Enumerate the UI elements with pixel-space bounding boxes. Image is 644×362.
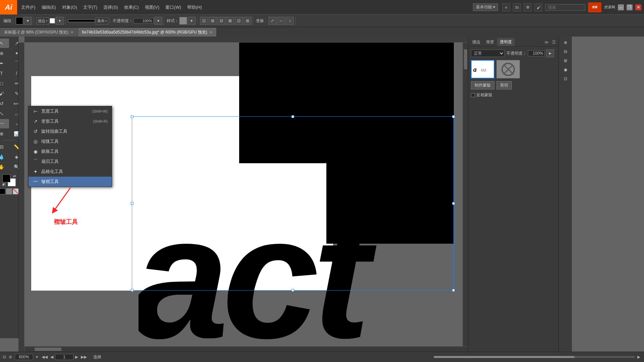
- opacity-input[interactable]: [133, 18, 154, 23]
- hand-tool[interactable]: ✋: [0, 162, 9, 172]
- bottom-zoom-dropdown[interactable]: ▾: [36, 355, 38, 359]
- opacity-arrow-btn[interactable]: ▶: [546, 49, 554, 57]
- type-tool[interactable]: T: [0, 69, 9, 78]
- transform-btn1[interactable]: ⤢: [268, 17, 276, 25]
- foreground-swatch[interactable]: [2, 174, 10, 182]
- minimize-button[interactable]: —: [618, 4, 624, 10]
- nav-prev-btn[interactable]: ◀: [49, 355, 54, 359]
- invert-mask-checkbox[interactable]: [471, 93, 475, 97]
- tab-2-close[interactable]: ✕: [209, 30, 212, 35]
- menu-file[interactable]: 文件(F): [18, 3, 38, 12]
- opacity-expand-btn[interactable]: ▾: [154, 17, 162, 25]
- thumbnail-1[interactable]: a 4M: [471, 60, 494, 78]
- bottom-icon-1[interactable]: ⊟: [3, 355, 6, 359]
- rpanel-tab-transparency[interactable]: 透明度: [497, 38, 515, 46]
- style-expand-btn[interactable]: ▾: [187, 17, 196, 25]
- transform-btn3[interactable]: ↕: [286, 17, 294, 25]
- scrollbar-horizontal[interactable]: [24, 346, 468, 352]
- page-number-input[interactable]: [55, 354, 73, 360]
- stroke-preview[interactable]: [68, 19, 95, 22]
- stroke-btn[interactable]: [50, 18, 55, 23]
- nav-next-btn[interactable]: ▶: [74, 355, 79, 359]
- paint-icon[interactable]: 🖌: [534, 3, 542, 11]
- canvas-area[interactable]: act: [18, 37, 468, 352]
- blend-mode-select[interactable]: 正常 正片叠底 滤色 叠加 柔光 强光: [471, 50, 504, 57]
- rect-tool[interactable]: □: [0, 79, 9, 88]
- tab-1-close[interactable]: ✕: [70, 30, 73, 35]
- small-fill-swatch[interactable]: [0, 188, 5, 194]
- align-btn3[interactable]: ⊟: [217, 17, 225, 25]
- small-stroke-swatch[interactable]: [6, 188, 12, 194]
- nav-first-btn[interactable]: ◀◀: [41, 355, 49, 359]
- dropdown-item-scallop[interactable]: ⌒ 扇贝工具: [29, 157, 112, 167]
- stroke-expand-btn[interactable]: ▾: [56, 17, 64, 25]
- dropdown-item-pucker[interactable]: ◎ 缩拢工具: [29, 136, 112, 146]
- style-swatch[interactable]: [179, 17, 187, 24]
- rt-btn1[interactable]: ⊕: [561, 39, 570, 47]
- rpanel-menu-btn[interactable]: ☰: [551, 39, 557, 45]
- brush-tool[interactable]: 🖌: [0, 89, 9, 98]
- fill-swatch[interactable]: [16, 17, 23, 24]
- pen-tool[interactable]: ✒: [0, 59, 9, 68]
- dropdown-item-wrinkle[interactable]: 〰 皱褶工具: [29, 177, 112, 187]
- maximize-button[interactable]: ❐: [627, 4, 633, 10]
- select-tool[interactable]: ↖: [0, 39, 9, 48]
- rt-btn2[interactable]: ⊟: [561, 48, 570, 56]
- nav-last-btn[interactable]: ▶▶: [80, 355, 88, 359]
- dropdown-item-width[interactable]: ⊢ 宽度工具 (Shift+W): [29, 106, 112, 116]
- dropdown-item-twirl[interactable]: ↺ 旋转扭曲工具: [29, 126, 112, 136]
- transform-btn2[interactable]: ↔: [277, 17, 285, 25]
- cut-button[interactable]: 剪切: [496, 81, 512, 89]
- menu-view[interactable]: 视图(V): [142, 3, 162, 12]
- bottom-right-nav[interactable]: ▶: [636, 355, 641, 359]
- search-input[interactable]: [545, 4, 585, 11]
- fill-options-btn[interactable]: ▾: [24, 17, 32, 25]
- align-btn2[interactable]: ⊞: [209, 17, 217, 25]
- lasso-tool[interactable]: ⊛: [0, 49, 9, 58]
- scrollbar-vertical[interactable]: [463, 43, 468, 346]
- menu-select[interactable]: 选择(S): [101, 3, 120, 12]
- workspace-switcher[interactable]: 基本功能 ▾: [473, 3, 498, 11]
- stroke-dropdown[interactable]: 描边 ▾: [36, 17, 49, 24]
- menu-text[interactable]: 文字(T): [80, 3, 100, 12]
- menu-edit[interactable]: 编辑(E): [39, 3, 59, 12]
- rpanel-tab-stroke[interactable]: 描边: [470, 38, 483, 46]
- thumbnail-2[interactable]: [496, 60, 520, 78]
- rt-btn3[interactable]: ⊞: [561, 57, 570, 65]
- scrollbar-v-thumb[interactable]: [464, 49, 467, 69]
- eyedrop-tool[interactable]: 💧: [0, 152, 9, 162]
- swap-colors-icon[interactable]: ⇄: [13, 174, 16, 178]
- rpanel-tab-gradient[interactable]: 渐变: [483, 38, 497, 46]
- menu-object[interactable]: 对象(O): [59, 3, 80, 12]
- opacity-value-input[interactable]: [528, 50, 545, 56]
- zoom-input[interactable]: [15, 354, 33, 360]
- dropdown-item-bloat[interactable]: ◉ 膨胀工具: [29, 146, 112, 157]
- toolbar-toggle-icon[interactable]: ≡: [502, 3, 510, 11]
- align-btn5[interactable]: ⊡: [235, 17, 243, 25]
- close-button[interactable]: ✕: [635, 4, 641, 10]
- dropdown-item-warp[interactable]: ↗ 变形工具 (Shift+R): [29, 116, 112, 126]
- scrollbar-h-thumb[interactable]: [35, 348, 61, 351]
- default-colors-icon[interactable]: ◩: [2, 183, 5, 186]
- rt-btn4[interactable]: ◉: [561, 66, 570, 74]
- make-mask-button[interactable]: 制作蒙版: [471, 81, 494, 89]
- tab-1[interactable]: 未标题-2 @ 98% (CMYK/GPU 预览) ✕: [0, 28, 78, 37]
- stroke-style-dropdown[interactable]: 基本 ▾: [96, 17, 108, 24]
- align-btn1[interactable]: ⊡: [200, 17, 208, 25]
- slice-tool[interactable]: ⊟: [0, 142, 9, 152]
- rpanel-expand-btn[interactable]: ≫: [543, 39, 550, 45]
- bottom-icon-2[interactable]: ⊕: [9, 355, 12, 359]
- align-btn4[interactable]: ⊠: [226, 17, 234, 25]
- canvas-content[interactable]: act: [24, 43, 468, 345]
- none-swatch[interactable]: [13, 188, 19, 194]
- rotate-tool[interactable]: ↺: [0, 99, 9, 108]
- scale-tool[interactable]: ⤡: [0, 109, 9, 118]
- align-btn6[interactable]: ⊞: [244, 17, 252, 25]
- rt-btn5[interactable]: ⊡: [561, 75, 570, 83]
- menu-window[interactable]: 窗口(W): [163, 3, 184, 12]
- menu-help[interactable]: 帮助(H): [184, 3, 205, 12]
- dropdown-item-crystallize[interactable]: ✦ 晶格化工具: [29, 167, 112, 177]
- layout-icon[interactable]: ⊞: [524, 3, 532, 11]
- symbol-tool[interactable]: ⊕: [0, 129, 9, 138]
- tab-2[interactable]: 6e74b33e53d0aa5d5256b47d49dc53a.jpg* @ 6…: [78, 28, 217, 37]
